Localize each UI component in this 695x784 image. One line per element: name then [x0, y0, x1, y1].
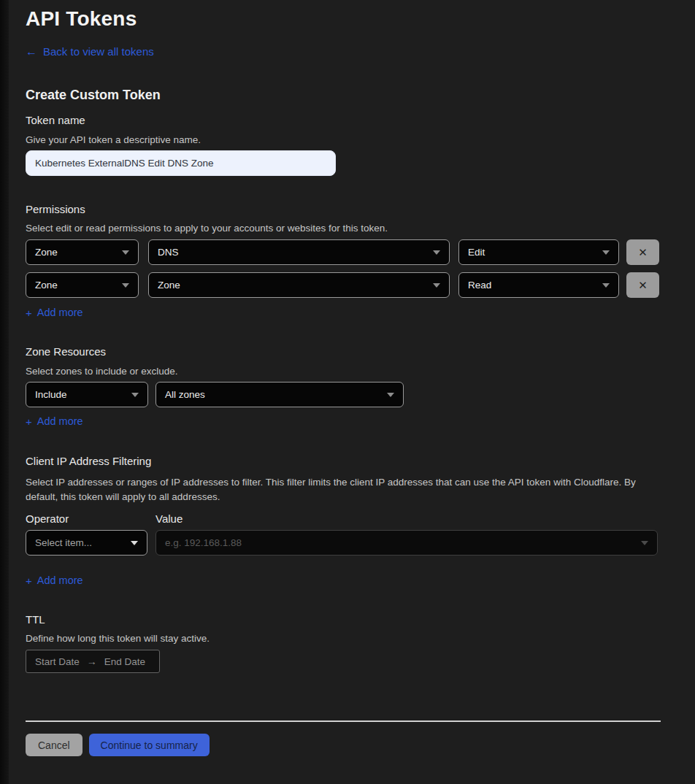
permissions-add-more-link[interactable]: + Add more	[26, 307, 83, 318]
plus-icon: +	[26, 416, 32, 427]
zone-resources-description: Select zones to include or exclude.	[26, 366, 663, 377]
footer-divider	[26, 720, 661, 722]
ttl-label: TTL	[26, 614, 663, 625]
permission-resource-select[interactable]: Zone	[148, 272, 450, 298]
ttl-date-range-picker[interactable]: Start Date → End Date	[26, 650, 160, 673]
chevron-down-icon	[433, 250, 440, 255]
value-label: Value	[155, 513, 183, 524]
page-title: API Tokens	[26, 4, 663, 34]
permission-access-select[interactable]: Edit	[458, 239, 619, 265]
permission-scope-value: Zone	[35, 280, 58, 291]
plus-icon: +	[26, 575, 32, 586]
permission-row: Zone DNS Edit ✕	[26, 239, 663, 265]
api-tokens-page: API Tokens ← Back to view all tokens Cre…	[0, 0, 695, 756]
permissions-label: Permissions	[26, 204, 663, 215]
chevron-down-icon	[602, 283, 610, 288]
client-ip-label: Client IP Address Filtering	[26, 456, 663, 466]
chevron-down-icon	[122, 283, 129, 288]
zone-resources-row: Include All zones	[26, 382, 663, 407]
zone-scope-value: All zones	[165, 389, 205, 400]
remove-permission-button[interactable]: ✕	[626, 272, 659, 298]
close-icon: ✕	[638, 246, 648, 258]
zone-include-value: Include	[35, 389, 67, 400]
permission-access-value: Read	[468, 280, 491, 291]
permission-scope-select[interactable]: Zone	[26, 239, 139, 265]
ip-value-placeholder: e.g. 192.168.1.88	[165, 537, 242, 548]
back-arrow-icon: ←	[26, 46, 37, 58]
chevron-down-icon	[602, 250, 610, 255]
ttl-description: Define how long this token will stay act…	[26, 634, 663, 644]
add-more-label: Add more	[37, 575, 83, 586]
permission-resource-value: Zone	[158, 280, 180, 291]
permission-access-select[interactable]: Read	[458, 272, 619, 298]
zone-include-select[interactable]: Include	[26, 382, 148, 407]
zone-scope-select[interactable]: All zones	[155, 382, 404, 407]
token-name-description: Give your API token a descriptive name.	[26, 135, 663, 145]
end-date-placeholder: End Date	[104, 656, 145, 667]
zone-resources-add-more-link[interactable]: + Add more	[26, 416, 83, 427]
ip-operator-placeholder: Select item...	[35, 537, 92, 548]
client-ip-add-more-link[interactable]: + Add more	[26, 575, 83, 586]
client-ip-description-line: default, this token will apply to all ad…	[26, 490, 663, 504]
chevron-down-icon	[641, 541, 648, 545]
footer-actions: Cancel Continue to summary	[26, 734, 663, 756]
permission-resource-select[interactable]: DNS	[148, 239, 450, 265]
chevron-down-icon	[131, 393, 139, 397]
back-link-label: Back to view all tokens	[43, 46, 154, 58]
permission-scope-value: Zone	[35, 247, 58, 258]
plus-icon: +	[26, 307, 32, 318]
close-icon: ✕	[638, 279, 648, 291]
permission-row: Zone Zone Read ✕	[26, 272, 663, 298]
client-ip-description: Select IP addresses or ranges of IP addr…	[26, 475, 663, 504]
arrow-right-icon: →	[87, 656, 97, 667]
ip-value-select[interactable]: e.g. 192.168.1.88	[155, 530, 658, 556]
permission-resource-value: DNS	[158, 247, 179, 258]
token-name-input[interactable]	[26, 150, 336, 176]
ip-operator-select[interactable]: Select item...	[26, 530, 147, 556]
remove-permission-button[interactable]: ✕	[626, 239, 659, 265]
chevron-down-icon	[122, 250, 129, 255]
continue-to-summary-button[interactable]: Continue to summary	[89, 734, 210, 756]
client-ip-field-labels: Operator Value	[26, 513, 663, 524]
add-more-label: Add more	[37, 416, 83, 427]
chevron-down-icon	[433, 283, 440, 288]
chevron-down-icon	[131, 541, 138, 545]
permission-access-value: Edit	[468, 247, 485, 258]
back-to-tokens-link[interactable]: ← Back to view all tokens	[26, 46, 154, 58]
client-ip-description-line: Select IP addresses or ranges of IP addr…	[26, 475, 663, 490]
start-date-placeholder: Start Date	[35, 656, 80, 667]
zone-resources-label: Zone Resources	[26, 346, 663, 357]
token-name-label: Token name	[26, 115, 663, 126]
add-more-label: Add more	[37, 307, 83, 318]
operator-label: Operator	[26, 513, 155, 524]
permissions-description: Select edit or read permissions to apply…	[26, 223, 663, 234]
client-ip-row: Select item... e.g. 192.168.1.88	[26, 530, 663, 556]
form-title: Create Custom Token	[26, 88, 663, 102]
permission-scope-select[interactable]: Zone	[26, 272, 139, 298]
cancel-button[interactable]: Cancel	[26, 734, 82, 756]
chevron-down-icon	[387, 393, 394, 397]
